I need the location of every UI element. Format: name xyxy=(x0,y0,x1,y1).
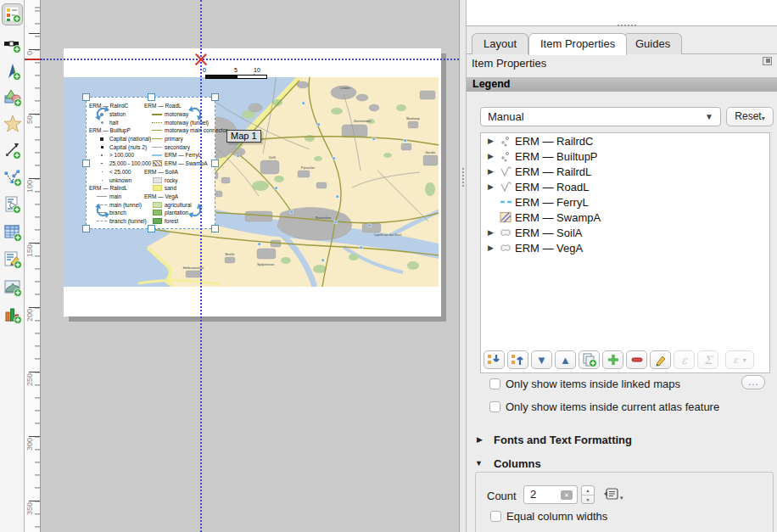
tab-guides[interactable]: Guides xyxy=(623,33,682,54)
tree-item-label: ERM — RailrdL xyxy=(515,165,591,178)
resize-handle-top-right[interactable] xyxy=(211,93,219,101)
ruler-major-ticks xyxy=(29,0,40,532)
reset-button[interactable]: Reset▾ xyxy=(726,107,774,126)
only-linked-maps-checkbox[interactable] xyxy=(489,378,500,389)
tab-item-properties[interactable]: Item Properties xyxy=(528,33,627,55)
resize-handle-bottom-left[interactable] xyxy=(82,225,90,232)
resize-handle-bottom-right[interactable] xyxy=(211,225,219,232)
only-atlas-feature-checkbox[interactable] xyxy=(489,401,500,412)
edit-item-button[interactable] xyxy=(650,350,671,369)
columns-section-toggle[interactable]: Columns xyxy=(494,457,541,470)
scalebar-segment-filled xyxy=(205,75,237,79)
add-node-item-icon[interactable] xyxy=(2,166,23,188)
layout-page[interactable]: Leiden Zoetermeer Delft Pijnacker Rotter… xyxy=(64,48,441,316)
data-defined-override-button[interactable]: ▾ xyxy=(603,487,618,503)
ruler-label: 100 xyxy=(25,180,34,193)
horizontal-splitter-grip[interactable] xyxy=(618,25,636,26)
remove-item-button[interactable] xyxy=(626,350,647,369)
move-item-up-button[interactable]: ▲ xyxy=(555,350,576,369)
add-legend-icon[interactable] xyxy=(2,3,23,25)
more-options-button[interactable]: … xyxy=(741,375,765,389)
vertical-guide[interactable] xyxy=(200,0,202,532)
tree-row[interactable]: ERM — FerryL xyxy=(481,194,769,210)
map-city-label: Zoetermeer xyxy=(354,119,372,123)
clear-value-icon[interactable]: ✕ xyxy=(561,490,573,500)
vertical-ruler[interactable]: 0 50 100 150 200 250 300 350 xyxy=(25,0,41,532)
expander-icon[interactable]: ▶ xyxy=(488,182,500,191)
tree-row[interactable]: ▶ ERM — RailrdL xyxy=(481,164,769,179)
add-marker-icon[interactable] xyxy=(2,113,23,135)
expander-icon[interactable]: ▶ xyxy=(488,152,500,160)
panel-tab-bar: Layout Item Properties Guides xyxy=(467,33,777,54)
rotate-handle-icon[interactable] xyxy=(95,203,110,218)
ruler-label: 250 xyxy=(25,373,34,386)
ferry-line-icon xyxy=(500,196,515,208)
add-elevation-profile-icon[interactable] xyxy=(2,277,23,299)
tree-item-label: ERM — VegA xyxy=(515,242,583,255)
resize-handle-top[interactable] xyxy=(148,93,155,101)
expander-icon[interactable]: ▶ xyxy=(488,228,500,237)
guide-intersection-marker[interactable] xyxy=(194,53,208,66)
move-up-in-hierarchy-button[interactable] xyxy=(507,350,528,369)
horizontal-guide[interactable] xyxy=(41,59,459,60)
ruler-label: 300 xyxy=(25,438,34,451)
resize-handle-left[interactable] xyxy=(82,160,90,167)
legend-mode-combobox[interactable]: Manual ▼ xyxy=(480,107,721,126)
expander-icon[interactable]: ▶ xyxy=(488,244,500,252)
stepper-down-icon[interactable]: ▼ xyxy=(582,495,594,503)
tree-row[interactable]: ▶ ERM — VegA xyxy=(481,240,769,255)
layout-canvas[interactable]: Leiden Zoetermeer Delft Pijnacker Rotter… xyxy=(41,0,459,532)
map-city-label: Leiden xyxy=(340,86,350,90)
scalebar-label: 5 xyxy=(234,67,238,73)
item-properties-panel: Layout Item Properties Guides Item Prope… xyxy=(467,0,777,532)
only-atlas-feature-label: Only show items inside current atlas fea… xyxy=(506,400,719,413)
polygon-layer-icon xyxy=(500,242,515,254)
collapsed-top-panel xyxy=(467,0,777,26)
add-group-button[interactable] xyxy=(579,350,600,369)
tree-row[interactable]: ▶ ERM — BuiltupP xyxy=(481,148,769,164)
reset-button-label: Reset xyxy=(735,110,761,122)
resize-handle-top-left[interactable] xyxy=(82,93,90,101)
legend-items-tree[interactable]: ▶ ERM — RailrdC ▶ ERM — BuiltupP ▶ ERM —… xyxy=(480,132,770,373)
column-count-input[interactable]: 2 ✕ xyxy=(523,485,578,504)
collapsed-arrow-icon[interactable]: ▶ xyxy=(477,435,483,444)
panel-splitter[interactable] xyxy=(459,0,467,532)
fonts-section-toggle[interactable]: Fonts and Text Formatting xyxy=(494,434,632,446)
expression-button[interactable]: ε xyxy=(674,350,695,369)
stepper-up-icon[interactable]: ▲ xyxy=(582,486,594,495)
move-down-in-hierarchy-button[interactable] xyxy=(484,350,505,369)
tree-row[interactable]: ▶ ERM — RoadL xyxy=(481,179,769,194)
tree-item-label: ERM — SoilA xyxy=(515,227,582,239)
expanded-arrow-icon[interactable]: ▼ xyxy=(475,459,483,468)
add-item-button[interactable] xyxy=(602,350,623,369)
filter-expression-split-button[interactable]: ε ▾ xyxy=(725,350,754,369)
tab-layout[interactable]: Layout xyxy=(472,33,528,54)
move-item-down-button[interactable]: ▼ xyxy=(531,350,552,369)
count-stepper[interactable]: ▲ ▼ xyxy=(581,485,595,504)
scalebar-item[interactable]: 0 5 10 km xyxy=(201,67,269,79)
add-table-icon[interactable] xyxy=(2,221,23,244)
tree-item-label: ERM — RoadL xyxy=(515,181,589,193)
float-panel-icon[interactable] xyxy=(763,57,772,65)
rotate-handle-icon[interactable] xyxy=(95,106,110,121)
add-label-icon[interactable] xyxy=(2,193,23,216)
equal-column-widths-checkbox[interactable] xyxy=(490,511,501,522)
tree-row[interactable]: ▶ ERM — RailrdC xyxy=(481,133,769,148)
add-fixed-table-icon[interactable] xyxy=(2,249,23,271)
tree-row[interactable]: ▶ ERM — SoilA xyxy=(481,225,769,240)
map-city-label: Delft xyxy=(269,155,277,160)
sum-button[interactable]: Σ xyxy=(697,350,718,369)
add-shape-icon[interactable] xyxy=(2,87,23,109)
add-arrow-icon[interactable] xyxy=(2,139,23,161)
add-chart-icon[interactable] xyxy=(2,304,23,326)
selection-outline xyxy=(86,97,215,229)
add-scalebar-icon[interactable] xyxy=(2,34,23,56)
tree-row[interactable]: ERM — SwampA xyxy=(481,210,769,225)
resize-handle-bottom[interactable] xyxy=(148,225,155,232)
expander-icon[interactable]: ▶ xyxy=(488,137,500,145)
resize-handle-right[interactable] xyxy=(211,160,219,167)
ruler-label: 0 xyxy=(25,51,34,55)
scalebar-label: 0 xyxy=(203,67,206,73)
expander-icon[interactable]: ▶ xyxy=(488,167,500,176)
add-north-arrow-icon[interactable] xyxy=(2,61,23,83)
